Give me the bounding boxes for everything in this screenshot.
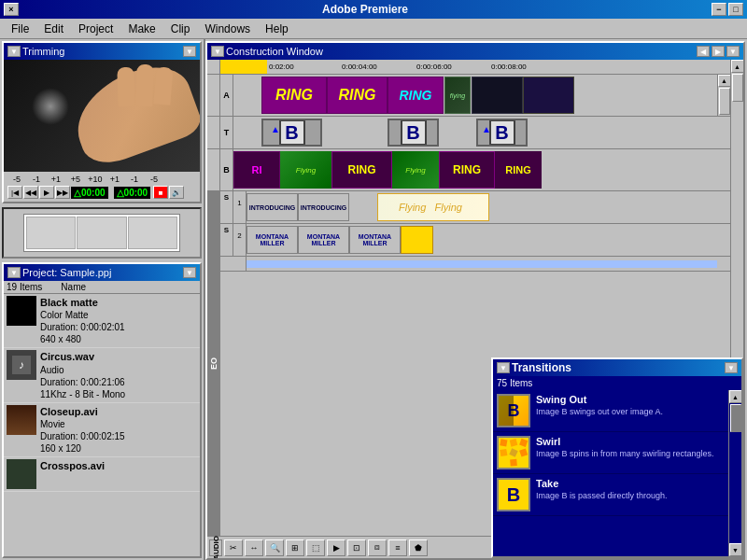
b-letter-2: B <box>401 119 427 146</box>
track-row-s2: S 2 MONTANAMILLER MONTANAMILLER MONTANAM… <box>220 224 730 257</box>
clip-miller2[interactable]: MONTANAMILLER <box>298 226 349 254</box>
play-btn[interactable]: ▶ <box>39 186 54 199</box>
track-label-t: T <box>220 117 233 148</box>
menu-project[interactable]: Project <box>71 21 120 37</box>
tick-neg1b: -1 <box>125 175 144 184</box>
menu-bar: File Edit Project Make Clip Windows Help <box>0 19 747 39</box>
trans-scroll-thumb[interactable] <box>730 404 741 432</box>
clip-miller3[interactable]: MONTANAMILLER <box>349 226 401 254</box>
list-item[interactable]: ♪ Circus.wav Audio Duration: 0:00:21:06 … <box>4 348 200 402</box>
rewind-btn[interactable]: ◀◀ <box>23 186 38 199</box>
preview-grid <box>23 214 180 252</box>
clip-b-ring3-text: RING <box>453 163 481 176</box>
track-a-scrollbar[interactable]: ▲ <box>717 75 730 116</box>
scroll-up-timeline[interactable]: ▲ <box>731 60 744 73</box>
preview-cell <box>128 217 177 249</box>
audio-label-btn: AUDIO <box>212 536 220 560</box>
clip-ring2[interactable]: RING <box>327 77 388 114</box>
item-type: Audio <box>40 364 125 376</box>
clip-b1[interactable]: ▲ B <box>261 119 322 147</box>
tool-btn-10[interactable]: ⬟ <box>409 539 428 556</box>
item-info: Closeup.avi Movie Duration: 0:00:02:15 1… <box>40 405 125 455</box>
tool-btn-3[interactable]: 🔍 <box>265 539 284 556</box>
clip-b-ring2[interactable]: RING <box>331 151 392 189</box>
volume-btn[interactable]: 🔊 <box>169 186 184 199</box>
trim-slider-row: -5 -1 +1 +5 +10 +1 -1 -5 <box>6 174 198 185</box>
clip-intro2[interactable]: INTRODUCING <box>298 193 349 221</box>
transitions-title-bar: ▼ Transitions ▼ <box>493 359 741 376</box>
project-menu-btn[interactable]: ▼ <box>7 267 21 278</box>
item-info: Circus.wav Audio Duration: 0:00:21:06 11… <box>40 350 125 399</box>
trim-menu-btn[interactable]: ▼ <box>7 46 21 57</box>
clip-b-ri1[interactable]: RI <box>233 151 280 189</box>
tool-btn-4[interactable]: ⊞ <box>286 539 304 556</box>
clip-ring1[interactable]: RING <box>261 77 327 114</box>
track-row-a: A RING RING RING <box>220 75 730 117</box>
clip-dark-a[interactable] <box>472 77 523 114</box>
transitions-scrollbar[interactable]: ▲ ▼ <box>728 390 741 556</box>
list-item[interactable]: Closeup.avi Movie Duration: 0:00:02:15 1… <box>4 403 200 457</box>
tool-btn-5[interactable]: ⬚ <box>306 539 325 556</box>
tool-btn-2[interactable]: ↔ <box>245 539 263 556</box>
construction-scroll-left[interactable]: ◀ <box>697 46 710 57</box>
construction-menu-btn[interactable]: ▼ <box>211 46 224 57</box>
track-b-content: RI Flying RING Flying <box>233 149 717 190</box>
track-s2-content: MONTANAMILLER MONTANAMILLER MONTANAMILLE… <box>247 224 717 256</box>
menu-make[interactable]: Make <box>120 21 162 37</box>
minimize-button[interactable]: − <box>712 3 726 16</box>
trans-scroll-down[interactable]: ▼ <box>729 543 742 556</box>
clip-b2[interactable]: B <box>388 119 439 147</box>
clip-ring1-text: RING <box>275 87 313 104</box>
clip-flying-a[interactable]: flying <box>444 77 471 114</box>
menu-file[interactable]: File <box>4 21 36 37</box>
clip-ring3[interactable]: RING <box>388 77 444 114</box>
transitions-close-btn[interactable]: ▼ <box>725 362 738 373</box>
menu-clip[interactable]: Clip <box>163 21 198 37</box>
menu-edit[interactable]: Edit <box>36 21 71 37</box>
stop-btn[interactable]: ■ <box>153 186 168 199</box>
clip-flying-s1[interactable]: Flying Flying <box>377 193 489 221</box>
transitions-menu-btn[interactable]: ▼ <box>497 362 510 373</box>
clip-dark2-a[interactable] <box>523 77 574 114</box>
prev-frame-btn[interactable]: |◀ <box>7 186 22 199</box>
list-item[interactable]: Crosspos.avi <box>4 457 200 492</box>
trim-playback-row: |◀ ◀◀ ▶ ▶▶ △00:00 △00:00 ■ 🔊 <box>6 185 198 200</box>
scroll-thumb[interactable] <box>719 88 730 115</box>
list-item[interactable]: Black matte Color Matte Duration: 0:00:0… <box>4 294 200 348</box>
close-button[interactable]: × <box>4 3 19 16</box>
tool-btn-8[interactable]: ⧈ <box>368 539 387 556</box>
track-label-s1b: 1 <box>233 191 247 223</box>
tool-btn-9[interactable]: ≡ <box>388 539 407 556</box>
project-scroll-btn[interactable]: ▼ <box>183 267 196 278</box>
scroll-up-btn[interactable]: ▲ <box>718 75 731 87</box>
clip-b-fly1[interactable]: Flying <box>280 151 331 189</box>
construction-close[interactable]: ▼ <box>726 46 740 57</box>
item-duration: Duration: 0:00:02:01 <box>40 321 125 333</box>
trim-title-bar: ▼ Trimming ▼ <box>4 43 200 60</box>
transition-item-swirl[interactable]: Swirl Image B spins in from many swirlin… <box>493 432 728 474</box>
menu-help[interactable]: Help <box>258 21 296 37</box>
trim-scroll-btn[interactable]: ▼ <box>183 46 196 57</box>
tool-btn-7[interactable]: ⊡ <box>347 539 366 556</box>
tick-pos10: +10 <box>86 175 105 184</box>
menu-windows[interactable]: Windows <box>197 21 258 37</box>
clip-yellow-bar2[interactable] <box>401 226 433 254</box>
clip-b-ring3[interactable]: RING <box>439 151 495 189</box>
maximize-button[interactable]: □ <box>728 3 743 16</box>
ffwd-btn[interactable]: ▶▶ <box>55 186 70 199</box>
clip-intro1[interactable]: INTRODUCING <box>247 193 298 221</box>
trans-scroll-up[interactable]: ▲ <box>729 390 742 403</box>
clip-b3[interactable]: ▲ B <box>476 119 528 147</box>
clip-b-fly2[interactable]: Flying <box>392 151 439 189</box>
transition-item-swing-out[interactable]: B Swing Out Image B swings out over imag… <box>493 390 728 432</box>
scroll-thumb-timeline[interactable] <box>732 74 743 102</box>
item-size: 160 x 120 <box>40 442 125 455</box>
tool-btn-6[interactable]: ▶ <box>327 539 345 556</box>
audio-right-spacer <box>717 257 730 271</box>
audio-toggle[interactable]: AUDIO <box>209 539 222 556</box>
construction-scroll-right[interactable]: ▶ <box>712 46 725 57</box>
clip-b-ring4[interactable]: RING <box>495 151 542 189</box>
transition-item-take[interactable]: B Take Image B is passed directly throug… <box>493 474 728 516</box>
clip-miller1[interactable]: MONTANAMILLER <box>247 226 298 254</box>
tool-btn-1[interactable]: ✂ <box>224 539 243 556</box>
